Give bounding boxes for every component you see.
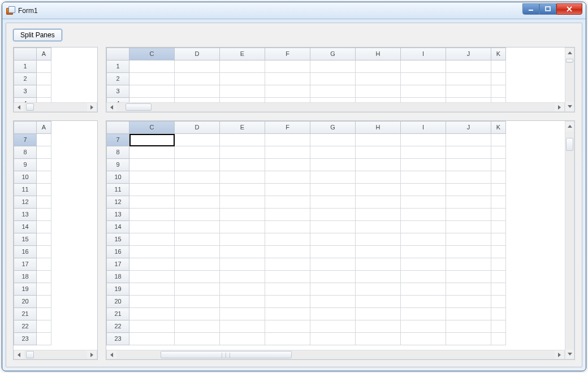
cell[interactable]: [220, 233, 265, 246]
cell[interactable]: [175, 308, 220, 320]
cell[interactable]: [310, 196, 356, 209]
cell[interactable]: [220, 221, 265, 233]
cell[interactable]: [310, 320, 356, 333]
cell[interactable]: [401, 184, 446, 196]
cell[interactable]: [491, 209, 506, 221]
cell[interactable]: [491, 171, 506, 184]
cell[interactable]: [175, 209, 220, 221]
cell[interactable]: [491, 73, 506, 85]
row-header[interactable]: 11: [14, 184, 37, 196]
row-header[interactable]: 19: [14, 283, 37, 296]
cell[interactable]: [265, 221, 310, 233]
row-header[interactable]: 7: [107, 134, 129, 146]
cell[interactable]: [491, 246, 506, 258]
cell[interactable]: [37, 159, 51, 171]
cell[interactable]: [446, 98, 491, 103]
cell[interactable]: [491, 308, 506, 320]
close-button[interactable]: [556, 3, 582, 15]
cell[interactable]: [265, 308, 310, 320]
cell[interactable]: [446, 233, 491, 246]
cell[interactable]: [401, 60, 446, 73]
cell[interactable]: [220, 333, 265, 345]
scroll-left-button[interactable]: [14, 350, 24, 359]
cell[interactable]: [220, 146, 265, 159]
cell[interactable]: [491, 184, 506, 196]
cell[interactable]: [175, 134, 220, 146]
cell[interactable]: [265, 296, 310, 308]
horizontal-scrollbar[interactable]: | | |: [106, 350, 565, 359]
row-header[interactable]: 8: [14, 146, 37, 159]
cell[interactable]: [446, 184, 491, 196]
cell[interactable]: [175, 320, 220, 333]
cell[interactable]: [220, 209, 265, 221]
cell[interactable]: [401, 333, 446, 345]
cell[interactable]: [37, 209, 51, 221]
row-header[interactable]: 14: [107, 221, 129, 233]
cell[interactable]: [37, 98, 51, 103]
cell[interactable]: [491, 85, 506, 98]
row-header[interactable]: 14: [14, 221, 37, 233]
cell[interactable]: [129, 258, 175, 271]
cell[interactable]: [37, 73, 51, 85]
cell[interactable]: [310, 233, 356, 246]
scroll-left-button[interactable]: [14, 103, 24, 111]
cell[interactable]: [175, 159, 220, 171]
cell[interactable]: [310, 209, 356, 221]
titlebar[interactable]: Form1: [2, 2, 586, 19]
cell[interactable]: [175, 98, 220, 103]
column-header[interactable]: I: [401, 48, 446, 60]
row-header[interactable]: 9: [107, 159, 129, 171]
cell[interactable]: [310, 134, 356, 146]
cell[interactable]: [220, 258, 265, 271]
cell[interactable]: [491, 60, 506, 73]
cell[interactable]: [356, 308, 401, 320]
cell[interactable]: [401, 85, 446, 98]
cell[interactable]: [446, 258, 491, 271]
cell[interactable]: [356, 171, 401, 184]
row-header[interactable]: 9: [14, 159, 37, 171]
cell[interactable]: [401, 134, 446, 146]
cell[interactable]: [310, 296, 356, 308]
cell[interactable]: [491, 296, 506, 308]
row-header[interactable]: 12: [14, 196, 37, 209]
cell[interactable]: [220, 296, 265, 308]
cell[interactable]: [265, 134, 310, 146]
cell[interactable]: [129, 196, 175, 209]
cell[interactable]: [356, 98, 401, 103]
scroll-h-track[interactable]: | | |: [116, 350, 555, 359]
row-header[interactable]: 7: [14, 134, 37, 146]
cell[interactable]: [356, 271, 401, 283]
cell[interactable]: [401, 246, 446, 258]
cell[interactable]: [37, 85, 51, 98]
column-header[interactable]: E: [220, 48, 265, 60]
cell[interactable]: [220, 308, 265, 320]
scroll-down-button[interactable]: [565, 102, 574, 111]
cell[interactable]: [265, 73, 310, 85]
cell[interactable]: [175, 221, 220, 233]
cell[interactable]: [401, 98, 446, 103]
cell[interactable]: [220, 184, 265, 196]
cell[interactable]: [446, 308, 491, 320]
row-header[interactable]: 4: [107, 98, 129, 103]
row-header[interactable]: 16: [107, 246, 129, 258]
cell[interactable]: [356, 73, 401, 85]
spreadsheet-grid[interactable]: A1234: [14, 47, 51, 102]
cell[interactable]: [401, 171, 446, 184]
cell[interactable]: [310, 171, 356, 184]
scroll-v-track[interactable]: [565, 58, 574, 102]
cell[interactable]: [265, 271, 310, 283]
row-header[interactable]: 4: [14, 98, 37, 103]
cell[interactable]: [265, 258, 310, 271]
cell[interactable]: [129, 283, 175, 296]
vertical-scrollbar[interactable]: [565, 47, 574, 112]
horizontal-scrollbar[interactable]: [14, 102, 97, 112]
row-header[interactable]: 21: [107, 308, 129, 320]
scroll-h-thumb[interactable]: [26, 351, 33, 358]
cell[interactable]: [310, 221, 356, 233]
cell[interactable]: [129, 320, 175, 333]
cell[interactable]: [129, 98, 175, 103]
column-header[interactable]: H: [356, 48, 401, 60]
cell[interactable]: [129, 296, 175, 308]
column-header[interactable]: E: [220, 122, 265, 134]
row-header[interactable]: 20: [107, 296, 129, 308]
